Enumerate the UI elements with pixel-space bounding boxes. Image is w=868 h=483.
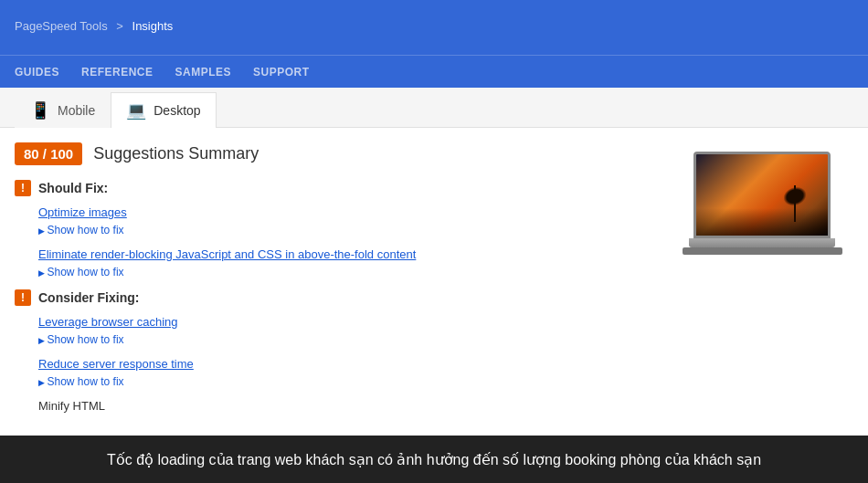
- tab-desktop-label: Desktop: [153, 103, 200, 118]
- consider-fix-label: Consider Fixing:: [38, 290, 139, 305]
- score-badge: 80 / 100: [15, 142, 82, 165]
- bottom-caption: Tốc độ loading của trang web khách sạn c…: [0, 436, 868, 483]
- main-content: 80 / 100 Suggestions Summary ! Should Fi…: [0, 128, 868, 436]
- palm-icon: [794, 185, 796, 222]
- breadcrumb-current: Insights: [132, 19, 174, 33]
- nav-samples[interactable]: SAMPLES: [175, 58, 232, 86]
- nav-reference[interactable]: REFERENCE: [81, 58, 153, 86]
- nav-bar: GUIDES REFERENCE SAMPLES SUPPORT: [0, 55, 868, 88]
- should-fix-icon: !: [15, 180, 31, 196]
- consider-fix-header: ! Consider Fixing:: [15, 289, 656, 306]
- score-header: 80 / 100 Suggestions Summary: [15, 142, 656, 165]
- item-minify-html: Minify HTML: [15, 399, 656, 413]
- top-bar: PageSpeed Tools > Insights: [0, 0, 868, 55]
- item-render-blocking: Eliminate render-blocking JavaScript and…: [15, 247, 656, 278]
- show-how-optimize[interactable]: Show how to fix: [38, 224, 124, 236]
- browser-caching-title[interactable]: Leverage browser caching: [38, 315, 656, 329]
- right-panel: [671, 142, 853, 436]
- laptop-base: [689, 238, 835, 247]
- breadcrumb-separator: >: [116, 19, 123, 33]
- mobile-icon: 📱: [30, 100, 50, 121]
- render-blocking-title[interactable]: Eliminate render-blocking JavaScript and…: [38, 247, 656, 261]
- optimize-images-title[interactable]: Optimize images: [38, 205, 656, 219]
- score-title: Suggestions Summary: [93, 144, 259, 163]
- tab-mobile[interactable]: 📱 Mobile: [15, 92, 111, 128]
- consider-fixing-section: ! Consider Fixing: Leverage browser cach…: [15, 289, 656, 413]
- should-fix-label: Should Fix:: [38, 181, 108, 195]
- show-how-render[interactable]: Show how to fix: [38, 266, 124, 278]
- nav-support[interactable]: SUPPORT: [253, 58, 310, 86]
- tab-mobile-label: Mobile: [58, 103, 95, 118]
- show-how-server[interactable]: Show how to fix: [38, 375, 124, 388]
- breadcrumb-parent[interactable]: PageSpeed Tools: [15, 19, 108, 33]
- laptop-screen: [693, 152, 831, 238]
- consider-fix-icon: !: [15, 289, 31, 306]
- item-optimize-images: Optimize images Show how to fix: [15, 205, 656, 236]
- laptop-bottom: [683, 247, 842, 255]
- server-response-title[interactable]: Reduce server response time: [38, 357, 656, 371]
- laptop-preview: [680, 152, 844, 270]
- left-panel: 80 / 100 Suggestions Summary ! Should Fi…: [15, 142, 671, 436]
- tabs-bar: 📱 Mobile 💻 Desktop: [0, 88, 868, 128]
- item-browser-caching: Leverage browser caching Show how to fix: [15, 315, 656, 346]
- minify-html-title: Minify HTML: [38, 399, 656, 413]
- breadcrumb: PageSpeed Tools > Insights: [15, 19, 853, 33]
- show-how-caching[interactable]: Show how to fix: [38, 333, 124, 346]
- tab-desktop[interactable]: 💻 Desktop: [111, 92, 216, 128]
- item-server-response: Reduce server response time Show how to …: [15, 357, 656, 388]
- should-fix-header: ! Should Fix:: [15, 180, 656, 196]
- desktop-icon: 💻: [126, 100, 146, 121]
- caption-text: Tốc độ loading của trang web khách sạn c…: [107, 451, 761, 468]
- nav-guides[interactable]: GUIDES: [15, 58, 59, 86]
